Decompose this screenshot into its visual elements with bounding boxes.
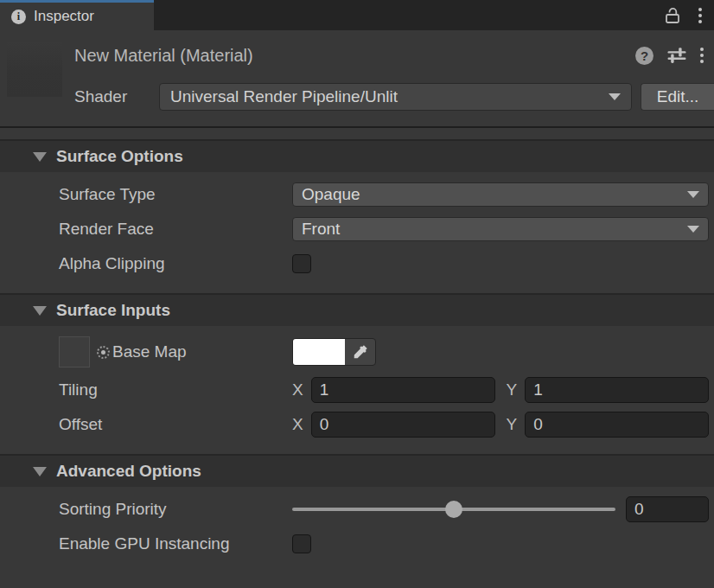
tiling-label: Tiling — [59, 380, 292, 399]
window-actions — [664, 0, 714, 30]
base-map-label: Base Map — [112, 342, 187, 361]
slider-handle[interactable] — [445, 501, 462, 518]
axis-y-label: Y — [507, 415, 518, 434]
offset-x-input[interactable] — [311, 412, 495, 438]
shader-edit-button[interactable]: Edit... — [641, 83, 714, 111]
section-title: Advanced Options — [56, 462, 201, 481]
axis-x-label: X — [292, 380, 303, 399]
section-title: Surface Inputs — [56, 301, 170, 320]
section-title: Surface Options — [56, 147, 183, 166]
chevron-down-icon — [609, 93, 621, 100]
section-body-advanced-options: Sorting Priority Enable GPU Instancing — [0, 487, 714, 573]
sorting-priority-label: Sorting Priority — [59, 500, 292, 519]
alpha-clipping-row: Alpha Clipping — [0, 246, 714, 281]
tab-label: Inspector — [34, 8, 94, 25]
tiling-y-input[interactable] — [525, 377, 709, 403]
section-header-surface-options[interactable]: Surface Options — [0, 139, 714, 172]
alpha-clipping-checkbox[interactable] — [292, 254, 311, 273]
window-menu-icon[interactable] — [698, 8, 702, 23]
foldout-triangle-icon — [33, 467, 47, 476]
render-face-row: Render Face Front — [0, 212, 714, 246]
eyedropper-icon[interactable] — [345, 339, 375, 365]
base-map-texture-slot[interactable] — [59, 336, 90, 368]
axis-x-label: X — [292, 415, 303, 434]
material-title: New Material (Material) — [74, 46, 253, 66]
section-body-surface-options: Surface Type Opaque Render Face Front Al… — [0, 172, 714, 293]
foldout-triangle-icon — [33, 306, 47, 316]
tiling-row: Tiling X Y — [0, 373, 714, 407]
alpha-clipping-label: Alpha Clipping — [59, 254, 292, 273]
offset-y-input[interactable] — [525, 412, 709, 438]
shader-dropdown[interactable]: Universal Render Pipeline/Unlit — [159, 83, 632, 111]
axis-y-label: Y — [507, 380, 518, 399]
render-face-dropdown[interactable]: Front — [292, 217, 709, 241]
material-header: New Material (Material) ? Shader Univers… — [0, 30, 714, 126]
surface-type-label: Surface Type — [59, 185, 292, 204]
info-icon: i — [11, 10, 26, 24]
shader-label: Shader — [74, 87, 159, 106]
offset-row: Offset X Y — [0, 407, 714, 442]
material-menu-icon[interactable] — [700, 48, 704, 63]
section-header-surface-inputs[interactable]: Surface Inputs — [0, 293, 714, 326]
foldout-triangle-icon — [33, 152, 47, 162]
render-face-value: Front — [302, 220, 340, 239]
sorting-priority-row: Sorting Priority — [0, 492, 714, 527]
header-icons: ? — [635, 47, 704, 65]
header-title-row: New Material (Material) ? — [74, 42, 704, 69]
surface-type-value: Opaque — [302, 185, 360, 204]
base-map-row: Base Map — [0, 331, 714, 373]
separator-gap — [0, 128, 714, 139]
render-face-label: Render Face — [59, 220, 292, 239]
gpu-instancing-checkbox[interactable] — [292, 534, 311, 553]
shader-row: Shader Universal Render Pipeline/Unlit E… — [0, 83, 714, 111]
chevron-down-icon — [687, 226, 699, 233]
gpu-instancing-label: Enable GPU Instancing — [59, 534, 292, 553]
material-preview-thumbnail[interactable] — [7, 42, 62, 97]
section-body-surface-inputs: Base Map Tiling X Y Offset X — [0, 326, 714, 454]
unlock-icon[interactable] — [664, 6, 681, 25]
offset-label: Offset — [59, 415, 292, 434]
object-picker-icon[interactable] — [97, 346, 110, 359]
section-header-advanced-options[interactable]: Advanced Options — [0, 454, 714, 487]
chevron-down-icon — [687, 191, 699, 198]
surface-type-row: Surface Type Opaque — [0, 177, 714, 212]
tiling-x-input[interactable] — [311, 377, 495, 403]
base-map-color-field[interactable] — [292, 338, 376, 366]
shader-dropdown-value: Universal Render Pipeline/Unlit — [170, 87, 398, 106]
tab-bar: i Inspector — [0, 0, 714, 30]
help-icon[interactable]: ? — [635, 47, 653, 65]
color-swatch[interactable] — [293, 339, 345, 365]
sorting-priority-input[interactable] — [626, 496, 709, 522]
surface-type-dropdown[interactable]: Opaque — [292, 182, 709, 207]
base-map-label-group: Base Map — [59, 336, 292, 368]
tab-inspector[interactable]: i Inspector — [0, 0, 154, 30]
presets-icon[interactable] — [667, 47, 686, 64]
gpu-instancing-row: Enable GPU Instancing — [0, 527, 714, 561]
sorting-priority-slider[interactable] — [292, 500, 615, 519]
